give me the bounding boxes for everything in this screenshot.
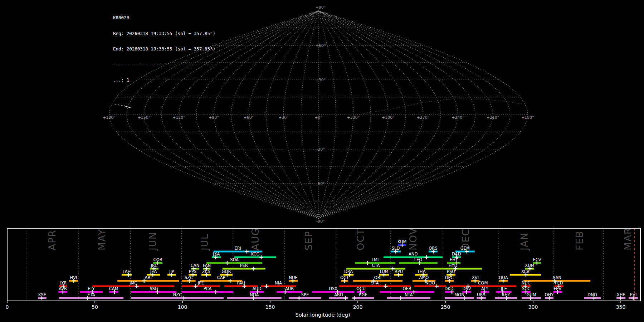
separator-line: --------------------------------------- [113,62,218,68]
shower-peak-marker [259,255,263,259]
shower-label: JXA [213,252,220,257]
radiant-count-line: ...: 1 [113,78,218,83]
shower-label: PAU [237,280,245,286]
shower-label: DNO [587,292,597,297]
shower-label: AND [409,252,418,257]
shower-label: NZC [173,292,182,297]
x-tick-label: 350 [616,304,626,310]
shower-bar [182,286,220,287]
meridian-gridline [318,11,475,218]
shower-label: CTA [372,263,380,268]
map-latitude-label: -90° [316,219,325,224]
meteor-tool-screen: KR002B Beg: 20260318 19:33:55 (sol = 357… [0,0,644,322]
month-label: JUL [199,234,210,251]
shower-peak-marker [251,267,255,271]
x-tick-label: 300 [528,304,538,310]
shower-bar [200,280,242,282]
meridian-gridline [318,11,406,218]
shower-label: CAP [217,275,225,280]
shower-label: OCU [356,286,366,291]
x-tick-label: 50 [92,304,98,310]
map-latitude-label: +30° [316,78,326,82]
shower-label: EGE [359,292,367,297]
map-longitude-label: +30° [278,115,289,120]
shower-label: SZC [185,275,193,280]
shower-activity-chart: APRMAYJUNJULAUGSEPOCTNOVDECJANFEBMARKUME… [0,228,644,322]
x-tick-label: 100 [178,304,187,310]
shower-label: NCC [522,280,531,286]
shower-label: OER [403,286,411,291]
radiant-track-solid [125,106,130,108]
shower-label: HYD [449,263,458,268]
shower-peak-marker [297,296,301,300]
map-longitude-label: +180° [521,115,534,120]
shower-label: SDA [230,257,239,262]
shower-label: AMO [419,275,429,280]
shower-label: AAN [552,275,561,280]
shower-peak-marker [425,255,429,259]
shower-peak-marker [352,296,356,300]
shower-label: DSX [329,286,337,291]
shower-label: LEO [414,257,423,262]
shower-label: JEA [150,269,157,274]
shower-bar [59,297,123,299]
shower-peak-marker [365,261,369,265]
shower-label: DRA [344,269,353,274]
map-latitude-label: -60° [316,181,325,186]
shower-bar [117,280,179,282]
shower-bar [339,286,411,287]
shower-label: JPE [197,280,204,286]
shower-label: NDA [250,292,259,297]
shower-bar [289,297,321,299]
shower-label: PER [240,263,248,268]
shower-label: NIA [275,280,282,286]
shower-bar [277,291,302,293]
month-label: MAR [622,228,633,250]
shower-label: TAH [122,269,131,274]
shower-peak-marker [214,290,218,294]
shower-peak-marker [399,296,403,300]
radiant-sky-map: +180°+150°+120°+90°+60°+30°+0°+330°+300°… [0,0,644,228]
shower-label: AHY [502,292,511,297]
shower-label: STA [371,280,379,286]
map-latitude-label: +90° [316,5,326,10]
observation-header: KR002B Beg: 20260318 19:33:55 (sol = 357… [113,5,218,93]
shower-label: JLE [501,286,507,291]
shower-peak-marker [435,284,439,288]
map-longitude-label: +180° [103,115,116,120]
meridian-gridline [284,11,318,218]
map-longitude-label: +0° [314,115,322,120]
shower-peak-marker [384,284,387,288]
shower-bar [414,286,446,287]
shower-peak-marker [194,284,197,288]
month-label: JUN [147,232,158,251]
shower-bar [131,297,224,299]
shower-label: AUD [252,286,261,291]
shower-label: GEM [460,246,470,251]
shower-label: ETA [87,292,95,297]
shower-peak-marker [228,279,232,283]
shower-label: ELY [88,286,95,291]
month-label: SEP [303,231,314,250]
map-longitude-label: +270° [417,115,430,120]
end-time-line: End: 20260318 19:33:55 (sol = 357.85°) [113,47,218,52]
shower-bar [206,262,262,264]
meridian-gridline [231,11,318,218]
map-longitude-label: +60° [244,115,254,120]
x-tick-label: 150 [265,304,275,310]
map-latitude-label: +60° [316,43,326,48]
shower-peak-marker [245,250,249,254]
shower-label: SSG [150,286,158,291]
begin-time-line: Beg: 20260318 19:33:55 (sol = 357.85°) [113,31,218,36]
ecliptic-line [363,99,523,113]
shower-label: CAN [191,263,200,268]
month-label: AUG [250,228,261,250]
map-longitude-label: +90° [209,115,219,120]
map-longitude-label: +120° [172,115,185,120]
shower-label: SPE [301,292,309,297]
map-longitude-label: +300° [382,115,395,120]
month-label: MAY [96,229,107,250]
month-label: JAN [519,232,530,251]
month-label: NOV [408,228,419,250]
month-label: OCT [355,229,366,250]
